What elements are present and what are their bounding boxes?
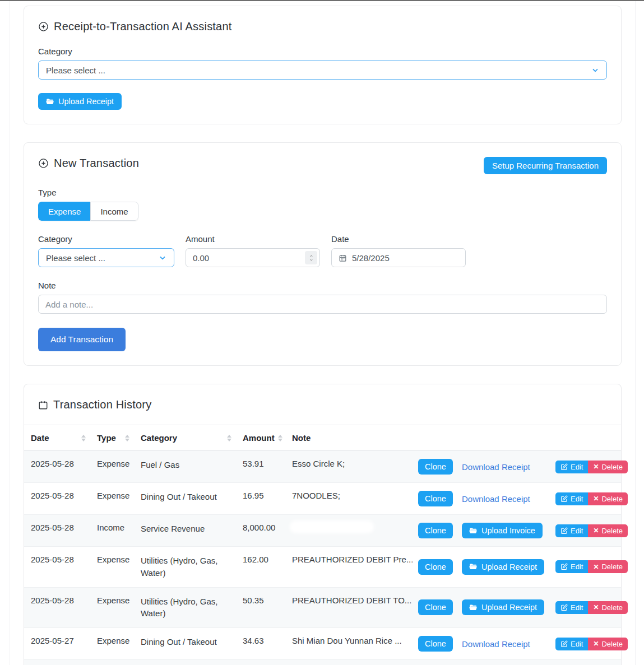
delete-button[interactable]: ✕ Delete <box>588 638 628 650</box>
edit-button[interactable]: Edit <box>555 601 588 614</box>
delete-button[interactable]: ✕ Delete <box>588 560 628 573</box>
setup-recurring-button[interactable]: Setup Recurring Transaction <box>484 157 607 174</box>
x-icon: ✕ <box>593 640 599 648</box>
delete-button-label: Delete <box>601 603 623 612</box>
clone-button[interactable]: Clone <box>418 599 453 615</box>
sort-icon[interactable] <box>125 435 129 441</box>
cell-clone: Clone <box>413 547 456 588</box>
edit-button[interactable]: Edit <box>555 524 588 537</box>
cell-edit-delete: Edit ✕ Delete <box>550 660 621 665</box>
cell-receipt-action: Upload Receipt <box>456 547 550 588</box>
upload-button[interactable]: Upload Invoice <box>462 523 543 538</box>
x-icon: ✕ <box>593 495 599 503</box>
stepper-down-icon <box>309 258 314 262</box>
cell-date: 2025-05-28 <box>24 451 91 483</box>
nt-category-select-value: Please select ... <box>46 253 105 263</box>
delete-button-label: Delete <box>601 562 623 571</box>
sort-icon[interactable] <box>227 435 231 441</box>
amount-stepper[interactable] <box>305 251 317 264</box>
delete-button[interactable]: ✕ Delete <box>588 524 628 537</box>
clone-button[interactable]: Clone <box>418 491 453 506</box>
new-transaction-title-text: New Transaction <box>54 157 139 170</box>
edit-button[interactable]: Edit <box>555 492 588 505</box>
cell-date: 2025-05-26 <box>24 660 91 665</box>
chevron-down-icon <box>591 66 600 75</box>
download-receipt-link[interactable]: Download Receipt <box>462 462 530 472</box>
edit-button[interactable]: Edit <box>555 638 588 650</box>
edit-delete-group: Edit ✕ Delete <box>555 492 628 505</box>
date-value: 5/28/2025 <box>352 253 390 263</box>
clone-button[interactable]: Clone <box>418 459 453 475</box>
cell-category: Fuel / Gas <box>135 451 237 483</box>
edit-button-label: Edit <box>571 527 583 535</box>
upload-button[interactable]: Upload Receipt <box>462 599 544 615</box>
cell-amount: 53.91 <box>237 451 286 483</box>
delete-button[interactable]: ✕ Delete <box>588 461 628 473</box>
edit-pencil-icon <box>560 640 568 648</box>
ai-category-select[interactable]: Please select ... <box>38 61 607 80</box>
cell-clone: Clone <box>413 451 456 483</box>
cell-receipt-action: Upload Invoice <box>456 515 550 547</box>
clone-button[interactable]: Clone <box>418 523 453 538</box>
amount-input[interactable] <box>193 253 313 263</box>
cell-receipt-action: Download Receipt <box>456 451 550 483</box>
download-receipt-link[interactable]: Download Receipt <box>462 494 530 504</box>
cell-date: 2025-05-28 <box>24 483 91 515</box>
edit-button[interactable]: Edit <box>555 461 588 473</box>
cell-category: Utilities (Hydro, Gas, Water) <box>135 587 237 628</box>
edit-pencil-icon <box>560 495 568 503</box>
edit-delete-group: Edit ✕ Delete <box>555 638 628 650</box>
download-receipt-link[interactable]: Download Receipt <box>462 639 530 649</box>
cell-type: Expense <box>91 547 135 588</box>
edit-button-label: Edit <box>571 640 583 648</box>
note-input[interactable] <box>45 300 600 309</box>
amount-label: Amount <box>186 234 320 244</box>
cell-date: 2025-05-27 <box>24 628 91 660</box>
table-row: 2025-05-28 Expense Fuel / Gas 53.91 Esso… <box>24 451 621 483</box>
cell-category: Service Revenue <box>135 515 237 547</box>
delete-button-label: Delete <box>601 527 623 535</box>
cell-type: Expense <box>91 451 135 483</box>
clone-button[interactable]: Clone <box>418 636 453 652</box>
upload-receipt-button-label: Upload Receipt <box>58 97 114 106</box>
cell-note: Nakwon Korean Restaurant; <box>286 660 413 665</box>
table-row: 2025-05-28 Expense Utilities (Hydro, Gas… <box>24 547 621 588</box>
column-header-date[interactable]: Date <box>24 425 91 451</box>
folder-open-icon <box>469 562 478 571</box>
delete-button[interactable]: ✕ Delete <box>588 492 628 505</box>
stepper-up-icon <box>309 254 314 258</box>
circle-plus-icon <box>38 21 49 32</box>
cell-amount: 16.95 <box>237 483 286 515</box>
delete-button[interactable]: ✕ Delete <box>588 601 628 614</box>
x-icon: ✕ <box>593 463 599 471</box>
type-income-button[interactable]: Income <box>90 202 138 221</box>
date-field[interactable]: 5/28/2025 <box>331 248 466 267</box>
cell-note <box>286 515 413 547</box>
edit-delete-group: Edit ✕ Delete <box>555 524 628 537</box>
cell-type: Income <box>91 515 135 547</box>
cell-note: PREAUTHORIZED DEBIT TO... <box>286 587 413 628</box>
upload-button-label: Upload Receipt <box>481 562 537 571</box>
note-redacted-blob <box>292 523 372 531</box>
cell-amount: 50.35 <box>237 587 286 628</box>
column-header-type[interactable]: Type <box>91 425 135 451</box>
column-header-amount[interactable]: Amount <box>237 425 286 451</box>
type-expense-button[interactable]: Expense <box>38 202 90 221</box>
sort-icon[interactable] <box>278 435 282 441</box>
column-header-actions-1 <box>413 425 456 451</box>
upload-receipt-button[interactable]: Upload Receipt <box>38 93 122 110</box>
add-transaction-button[interactable]: Add Transaction <box>38 328 126 351</box>
cell-clone: Clone <box>413 483 456 515</box>
nt-category-select[interactable]: Please select ... <box>38 248 174 267</box>
table-row: 2025-05-28 Income Service Revenue 8,000.… <box>24 515 621 547</box>
clone-button[interactable]: Clone <box>418 559 453 575</box>
sort-icon[interactable] <box>81 435 86 441</box>
column-header-category[interactable]: Category <box>135 425 237 451</box>
cell-note-text: PREAUTHORIZED DEBIT Pre... <box>292 555 413 564</box>
transaction-history-table: Date Type Category Amount Note 2025-05-2… <box>24 425 621 665</box>
upload-button[interactable]: Upload Receipt <box>462 559 544 575</box>
edit-delete-group: Edit ✕ Delete <box>555 601 628 614</box>
edit-button[interactable]: Edit <box>555 560 588 573</box>
page-container: Receipt-to-Transaction AI Assistant Cate… <box>10 1 636 665</box>
cell-receipt-action: Download Receipt <box>456 660 550 665</box>
